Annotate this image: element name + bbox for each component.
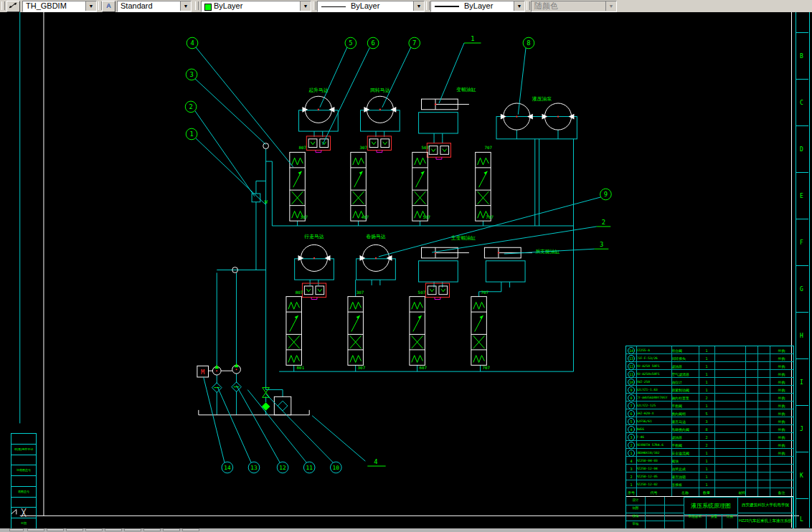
electric-motor-label: M — [201, 369, 204, 376]
svg-text:2: 2 — [189, 103, 192, 110]
table-row: 37-46滤油器2外购 — [626, 433, 793, 441]
table-row: 4MZ250-04-03阀块1 — [626, 457, 793, 465]
svg-text:307: 307 — [358, 366, 366, 370]
taskbar — [0, 528, 812, 532]
strip-cell: 旧底图总号 — [11, 465, 36, 476]
svg-text:1: 1 — [471, 35, 474, 42]
table-grid-line — [770, 346, 770, 496]
svg-text:7: 7 — [412, 39, 416, 47]
toolbar-grip[interactable] — [195, 1, 199, 10]
table-grid-line — [671, 346, 672, 496]
bom-name: 安全溢流阀 — [671, 451, 699, 455]
suction-filter-1 — [212, 383, 222, 393]
color-combo[interactable]: ByLayer ▼ — [201, 1, 311, 12]
mass-cell: 质量 — [706, 514, 722, 529]
taskbar-segment — [85, 528, 103, 531]
taskbar-segment — [182, 528, 199, 531]
text-style-icon[interactable]: A — [102, 1, 115, 12]
linetype-combo[interactable]: ByLayer ▼ — [317, 1, 425, 12]
chevron-down-icon[interactable]: ▼ — [300, 1, 311, 11]
strip-cell — [11, 476, 36, 487]
bom-qty: 2 — [699, 443, 714, 447]
dim-style-combo[interactable]: TH_GBDIM ▼ — [22, 1, 97, 12]
toolbar-grip[interactable] — [1, 1, 5, 10]
svg-text:3: 3 — [189, 71, 193, 78]
svg-text:14: 14 — [224, 465, 231, 471]
bom-qty: 1 — [699, 372, 714, 376]
strip-cell: 底图总号 — [11, 487, 36, 498]
bom-remark: 外购 — [770, 348, 793, 353]
bom-name: 油位计 — [671, 380, 699, 384]
organization-cell: 西安建筑科技大学机电学院 — [737, 497, 793, 513]
lineweight-sample — [435, 6, 459, 7]
bom-name: 平衡阀 — [671, 404, 699, 408]
title-block: 设计 制图 校核 审核 液压系统原理图 阶段标记 质量 比例 西安建筑科技大学机… — [626, 496, 793, 529]
table-row: 8CY-A4V56DR9Y70SY轴向柱塞泵2外购 — [626, 394, 793, 402]
bom-no: 3 — [626, 434, 636, 441]
bom-code: SHZ-H20-X — [636, 412, 671, 415]
svg-text:307: 307 — [300, 215, 308, 219]
color-swatch — [204, 4, 212, 11]
table-row: 14YZ255-A组合阀1外购 — [626, 346, 793, 354]
bom-no: 3 — [626, 467, 636, 471]
dim-style-icon[interactable] — [6, 1, 20, 12]
bom-qty: 2 — [699, 396, 714, 400]
bom-no: 2 — [626, 442, 636, 449]
table-grid-line — [636, 346, 637, 496]
bom-remark: 外购 — [770, 435, 793, 440]
bom-remark: 外购 — [770, 451, 793, 455]
svg-text:307: 307 — [360, 146, 368, 150]
svg-text:4: 4 — [374, 458, 377, 465]
svg-text:10: 10 — [333, 465, 340, 471]
toolbar-grip[interactable] — [426, 1, 430, 10]
chevron-down-icon[interactable]: ▼ — [180, 1, 191, 11]
svg-text:2: 2 — [602, 219, 605, 226]
bom-code: 7-46 — [636, 435, 671, 439]
svg-text:607: 607 — [420, 366, 428, 370]
bom-name: 液压马达 — [671, 419, 699, 424]
main-pump-1 — [501, 103, 533, 130]
toolbar-grip[interactable] — [527, 1, 530, 10]
chevron-down-icon[interactable]: ▼ — [413, 1, 424, 11]
power-unit: M W — [197, 143, 309, 415]
linetype-value: ByLayer — [351, 1, 379, 11]
toolbar-grip[interactable] — [313, 1, 316, 10]
bom-qty: 1 — [699, 483, 714, 487]
bom-qty: 1 — [699, 467, 714, 471]
bom-code: MZ250-12-04 — [636, 467, 671, 470]
bom-qty: 1 — [699, 380, 714, 384]
taskbar-segment — [27, 528, 44, 531]
svg-text:3: 3 — [600, 241, 603, 248]
table-row: 11XU-A250x50FS空气滤清器1外购 — [626, 370, 793, 378]
bom-name: 阀块 — [671, 459, 699, 463]
svg-text:507: 507 — [418, 290, 426, 295]
suction-filter-2 — [232, 382, 242, 392]
svg-text:8: 8 — [527, 39, 530, 47]
travel-motor-label: 行走马达 — [304, 234, 324, 239]
svg-text:507: 507 — [422, 215, 430, 219]
bom-name: 平衡阀 — [671, 443, 699, 447]
table-row: 3MZ250-12-04油管总成1 — [626, 465, 793, 472]
svg-text:11: 11 — [306, 465, 313, 471]
dim-arrow-icon — [9, 1, 18, 9]
hoist-motor-label: 起升马达 — [308, 87, 328, 93]
bom-code: MZ250-12-05 — [636, 475, 671, 478]
lineweight-combo[interactable]: ByLayer ▼ — [430, 1, 525, 12]
bom-rows: 14YZ255-A组合阀1外购 13CSF-F-53/26回转接头1外购 12X… — [626, 346, 793, 488]
zone-letter: I — [800, 379, 807, 386]
text-style-combo[interactable]: Standard ▼ — [117, 1, 192, 12]
bom-header-cell: 代号 — [636, 490, 671, 495]
table-row: 10YWZ-250油位计1外购 — [626, 378, 793, 386]
bom-code: YZ255-A — [636, 348, 671, 352]
taskbar-segment — [143, 528, 161, 531]
linetype-sample — [321, 6, 346, 7]
bom-remark: 外购 — [770, 419, 793, 424]
slew-motor-label: 回转马达 — [370, 87, 390, 93]
chevron-down-icon[interactable]: ▼ — [85, 1, 96, 11]
cad-application-window: TH_GBDIM ▼ A Standard ▼ ByLayer ▼ ByLaye… — [0, 0, 812, 532]
zone-letter: B — [800, 53, 807, 60]
table-grid-line — [714, 346, 715, 496]
svg-text:507: 507 — [421, 146, 429, 150]
lineweight-value: ByLayer — [464, 1, 493, 11]
chevron-down-icon[interactable]: ▼ — [514, 1, 524, 11]
